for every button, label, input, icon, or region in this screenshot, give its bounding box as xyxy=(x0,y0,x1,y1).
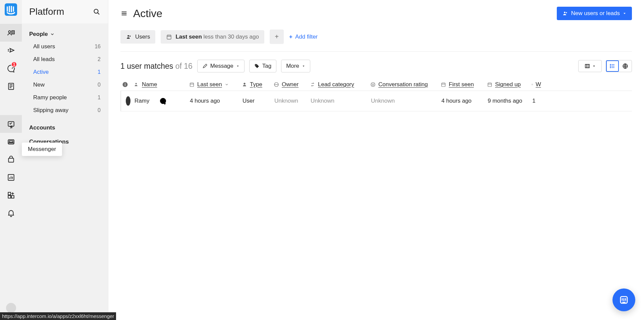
intercom-launcher[interactable] xyxy=(612,288,635,311)
rail-articles[interactable] xyxy=(0,77,22,95)
sidebar-item-new[interactable]: New0 xyxy=(29,78,101,91)
rail-messenger[interactable] xyxy=(0,115,22,133)
sidebar-item-slipping-away[interactable]: Slipping away0 xyxy=(29,104,101,117)
add-filter-button[interactable]: + Add filter xyxy=(289,34,318,40)
sidebar-item-active[interactable]: Active1 xyxy=(29,66,101,78)
users-table: Name Last seen Type Owner Lead category … xyxy=(120,78,632,111)
people-icon xyxy=(562,10,568,16)
sidebar-section-label: People xyxy=(29,31,48,38)
tag-icon xyxy=(254,63,260,69)
sidebar-item-ramy-people[interactable]: Ramy people1 xyxy=(29,91,101,104)
calendar-icon xyxy=(189,82,195,87)
rail-outbound[interactable] xyxy=(0,42,22,59)
icon-rail: 1 xyxy=(0,0,22,320)
avatar-icon xyxy=(126,96,130,106)
sidebar-section-accounts[interactable]: Accounts xyxy=(29,121,101,135)
svg-rect-33 xyxy=(442,83,445,87)
button-label: More xyxy=(286,63,299,69)
filter-chip-add[interactable]: + xyxy=(270,30,284,44)
more-button[interactable]: More xyxy=(281,60,310,72)
smile-icon xyxy=(370,82,376,87)
svg-point-11 xyxy=(94,9,98,13)
th-label: Conversation rating xyxy=(378,81,428,88)
svg-point-28 xyxy=(244,83,245,85)
th-last-seen[interactable]: Last seen xyxy=(189,81,242,88)
people-icon xyxy=(126,34,132,40)
svg-rect-34 xyxy=(488,83,492,87)
sidebar-item-all-users[interactable]: All users16 xyxy=(29,40,101,53)
swap-icon xyxy=(310,82,315,87)
svg-point-17 xyxy=(256,65,256,65)
rail-notifications[interactable] xyxy=(0,204,22,222)
sidebar-item-label: All leads xyxy=(33,56,55,63)
map-view-button[interactable] xyxy=(619,60,632,72)
sidebar-header: Platform xyxy=(22,0,108,23)
rail-tours[interactable] xyxy=(0,151,22,168)
svg-point-20 xyxy=(610,66,611,66)
view-mode-toggle xyxy=(606,60,632,72)
cell-name: Ramy xyxy=(135,98,190,104)
sidebar-item-label: Slipping away xyxy=(33,107,68,114)
cell-type: User xyxy=(243,98,274,104)
rail-operator[interactable] xyxy=(0,133,22,151)
svg-point-30 xyxy=(371,83,375,87)
sidebar-section-people[interactable]: People xyxy=(29,31,101,38)
add-filter-label: Add filter xyxy=(295,34,318,40)
th-owner[interactable]: Owner xyxy=(274,81,310,88)
app-logo-icon[interactable] xyxy=(5,3,17,16)
table-header: Name Last seen Type Owner Lead category … xyxy=(120,78,632,91)
view-toggles xyxy=(578,60,632,72)
menu-icon[interactable] xyxy=(120,10,128,17)
rail-platform[interactable] xyxy=(0,24,22,42)
svg-rect-24 xyxy=(125,84,125,86)
th-label: Type xyxy=(250,81,262,88)
svg-rect-6 xyxy=(8,158,13,162)
th-first-seen[interactable]: First seen xyxy=(441,81,487,88)
svg-point-25 xyxy=(125,83,125,84)
th-type[interactable]: Type xyxy=(242,81,274,88)
th-signed-up[interactable]: Signed up xyxy=(487,81,532,88)
chip-bold: Last seen xyxy=(175,34,202,40)
button-label: Message xyxy=(210,63,233,69)
sidebar-item-all-leads[interactable]: All leads2 xyxy=(29,53,101,66)
filter-chip-users[interactable]: Users xyxy=(120,30,155,44)
search-icon[interactable] xyxy=(93,8,101,16)
button-label: Tag xyxy=(262,63,271,69)
tag-button[interactable]: Tag xyxy=(249,60,276,72)
th-web[interactable]: W xyxy=(532,81,545,88)
cell-signed: 9 months ago xyxy=(488,98,532,104)
th-label: W xyxy=(536,81,541,88)
sidebar-item-count: 1 xyxy=(98,95,101,101)
columns-icon xyxy=(584,63,590,69)
svg-rect-5 xyxy=(9,141,13,142)
sidebar: Platform People All users16 All leads2 A… xyxy=(22,0,108,320)
svg-rect-1 xyxy=(12,31,14,34)
rail-inbox[interactable]: 1 xyxy=(0,59,22,77)
table-row[interactable]: Ramy 4 hours ago User Unknown Unknown Un… xyxy=(120,91,632,111)
rail-reports[interactable] xyxy=(0,168,22,186)
th-info[interactable] xyxy=(120,82,134,88)
svg-point-19 xyxy=(610,64,611,65)
cta-label: New users or leads xyxy=(571,10,620,17)
chevron-down-icon xyxy=(50,32,55,37)
svg-rect-9 xyxy=(8,196,11,198)
list-view-button[interactable] xyxy=(606,60,619,72)
svg-point-26 xyxy=(136,83,137,84)
th-conversation-rating[interactable]: Conversation rating xyxy=(370,81,441,88)
filter-chip-last-seen[interactable]: Last seen less than 30 days ago xyxy=(161,30,264,44)
message-icon[interactable] xyxy=(160,98,166,104)
message-button[interactable]: Message xyxy=(197,60,245,72)
cell-first: 4 hours ago xyxy=(441,98,488,104)
svg-point-14 xyxy=(127,35,129,37)
messenger-tooltip: Messenger xyxy=(22,143,62,156)
rail-appstore[interactable] xyxy=(0,186,22,204)
th-label: Name xyxy=(142,81,157,88)
chart-icon xyxy=(532,82,533,87)
matches-pre: 1 user matches xyxy=(120,62,173,70)
th-name[interactable]: Name xyxy=(134,81,189,88)
svg-rect-27 xyxy=(190,83,194,87)
columns-button[interactable] xyxy=(578,60,602,72)
new-users-or-leads-button[interactable]: New users or leads xyxy=(557,7,632,20)
svg-rect-8 xyxy=(8,192,11,195)
th-lead-category[interactable]: Lead category xyxy=(310,81,370,88)
